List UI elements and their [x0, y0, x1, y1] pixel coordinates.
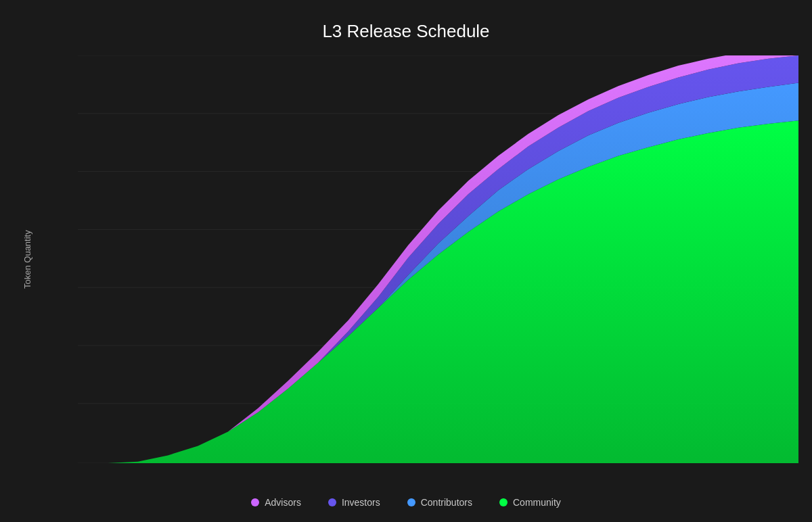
- investors-dot: [328, 498, 336, 506]
- contributors-dot: [407, 498, 415, 506]
- advisors-label: Advisors: [265, 497, 301, 508]
- community-dot: [499, 498, 508, 506]
- legend-investors: Investors: [328, 497, 380, 508]
- legend-advisors: Advisors: [251, 497, 301, 508]
- community-label: Community: [513, 497, 561, 508]
- grid-chart: 3.5B 3B 2.5B 2B 1.5B 1B 500M 0: [41, 55, 798, 463]
- legend-community: Community: [499, 497, 561, 508]
- chart-title: L3 Release Schedule: [322, 21, 489, 42]
- community-area: [78, 120, 798, 463]
- contributors-label: Contributors: [421, 497, 472, 508]
- advisors-dot: [251, 498, 259, 506]
- chart-area: Token Quantity 3.5B 3B 2.5B: [14, 55, 798, 463]
- legend-contributors: Contributors: [407, 497, 472, 508]
- investors-label: Investors: [342, 497, 380, 508]
- chart-svg: 3.5B 3B 2.5B 2B 1.5B 1B 500M 0: [78, 55, 798, 463]
- chart-container: L3 Release Schedule Token Quantity 3.5B: [14, 14, 798, 508]
- chart-legend: Advisors Investors Contributors Communit…: [251, 497, 561, 508]
- y-axis-label: Token Quantity: [14, 55, 41, 463]
